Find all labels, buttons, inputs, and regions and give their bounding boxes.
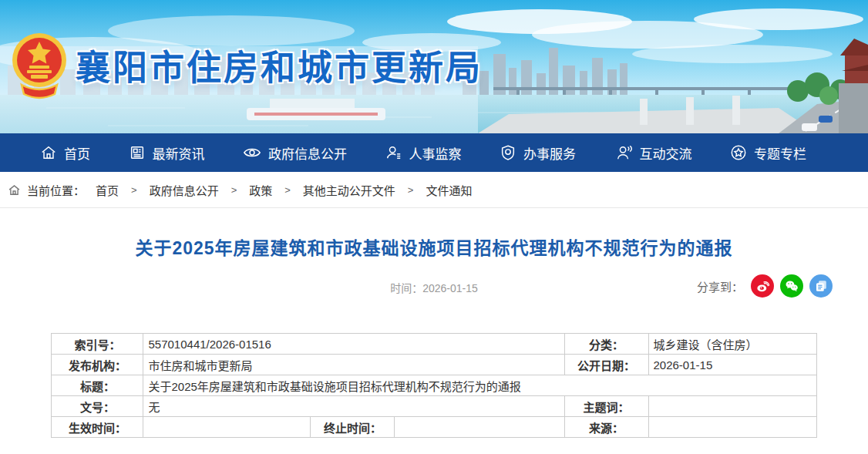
eye-icon — [243, 144, 261, 161]
national-emblem-icon — [11, 29, 68, 100]
nav-item-gov-info[interactable]: 政府信息公开 — [243, 143, 347, 163]
nav-label: 互动交流 — [640, 143, 692, 163]
publish-time-value: 2026-01-15 — [422, 282, 478, 294]
source-label: 来源： — [564, 417, 648, 438]
publish-date-label: 公开日期： — [564, 355, 648, 375]
nav-item-home[interactable]: 首页 — [40, 143, 90, 163]
category-label: 分类： — [564, 334, 648, 355]
main-nav: 首页 最新资讯 政府信息公开 人事监察 办事服务 互动交流 专题专栏 — [0, 133, 868, 172]
table-row: 标题： 关于2025年房屋建筑和市政基础设施项目招标代理机构不规范行为的通报 — [52, 375, 816, 396]
people-chat-icon — [614, 144, 633, 161]
keywords-value — [648, 396, 816, 417]
shield-icon — [500, 144, 516, 161]
share-wechat-button[interactable] — [780, 274, 803, 298]
effective-date-value — [143, 417, 311, 438]
nav-label: 政府信息公开 — [268, 143, 347, 163]
table-row: 生效时间： 终止时间： 来源： — [52, 417, 816, 438]
issuing-agency-label: 发布机构： — [52, 355, 143, 375]
news-icon — [129, 144, 146, 161]
document-meta-table: 索引号： 557010441/2026-01516 分类： 城乡建设（含住房） … — [51, 333, 816, 438]
breadcrumb-home[interactable]: 首页 — [96, 182, 119, 198]
nav-item-services[interactable]: 办事服务 — [500, 143, 576, 163]
index-number-value: 557010441/2026-01516 — [143, 334, 564, 355]
share-bar: 分享到： — [697, 274, 833, 298]
breadcrumb-separator: > — [231, 184, 237, 196]
weibo-icon — [755, 279, 770, 294]
breadcrumb-prefix: 当前位置： — [27, 182, 85, 198]
nav-item-news[interactable]: 最新资讯 — [129, 143, 205, 163]
site-brand[interactable]: 襄阳市住房和城市更新局 — [11, 29, 483, 100]
keywords-label: 主题词： — [564, 396, 648, 417]
nav-item-interaction[interactable]: 互动交流 — [614, 143, 692, 163]
nav-label: 人事监察 — [409, 143, 462, 163]
home-icon — [40, 144, 57, 161]
share-weibo-button[interactable] — [751, 274, 774, 298]
breadcrumb-doc-notice[interactable]: 文件通知 — [426, 182, 472, 198]
share-copy-button[interactable] — [809, 274, 833, 298]
table-row: 索引号： 557010441/2026-01516 分类： 城乡建设（含住房） — [52, 334, 816, 355]
page-title: 关于2025年房屋建筑和市政基础设施项目招标代理机构不规范行为的通报 — [0, 234, 868, 260]
nav-label: 最新资讯 — [153, 143, 205, 163]
expiry-date-value — [395, 417, 564, 438]
breadcrumb-other-public-docs[interactable]: 其他主动公开文件 — [303, 182, 395, 198]
table-row: 发布机构： 市住房和城市更新局 公开日期： 2026-01-15 — [52, 355, 816, 375]
header-banner: 襄阳市住房和城市更新局 — [0, 0, 868, 133]
index-number-label: 索引号： — [52, 334, 143, 355]
effective-date-label: 生效时间： — [52, 417, 143, 438]
expiry-date-label: 终止时间： — [311, 417, 395, 438]
star-circle-icon — [730, 144, 747, 161]
doc-title-value: 关于2025年房屋建筑和市政基础设施项目招标代理机构不规范行为的通报 — [143, 375, 816, 396]
breadcrumb-gov-info[interactable]: 政府信息公开 — [150, 182, 219, 198]
breadcrumb-separator: > — [408, 184, 414, 196]
breadcrumb-separator: > — [131, 184, 137, 196]
share-label: 分享到： — [697, 278, 743, 294]
issuing-agency-value: 市住房和城市更新局 — [143, 355, 564, 375]
nav-label: 办事服务 — [523, 143, 576, 163]
doc-title-label: 标题： — [52, 375, 143, 396]
nav-item-personnel[interactable]: 人事监察 — [385, 143, 462, 163]
category-value: 城乡建设（含住房） — [648, 334, 816, 355]
site-title: 襄阳市住房和城市更新局 — [76, 40, 483, 90]
nav-label: 首页 — [64, 143, 90, 163]
copy-doc-icon — [814, 279, 828, 293]
nav-item-special-topics[interactable]: 专题专栏 — [730, 143, 806, 163]
publish-time-label: 时间： — [390, 282, 422, 294]
table-row: 文号： 无 主题词： — [52, 396, 816, 417]
article-meta-row: 时间：2026-01-15 分享到： — [0, 274, 868, 299]
person-icon — [385, 144, 402, 161]
breadcrumb-policy[interactable]: 政策 — [249, 182, 272, 198]
home-icon — [8, 183, 21, 197]
breadcrumb-separator: > — [284, 184, 291, 196]
doc-number-value: 无 — [143, 396, 564, 417]
nav-label: 专题专栏 — [754, 143, 806, 163]
wechat-icon — [784, 278, 799, 294]
publish-date-value: 2026-01-15 — [648, 355, 816, 375]
breadcrumb: 当前位置： 首页 > 政府信息公开 > 政策 > 其他主动公开文件 > 文件通知 — [0, 172, 868, 208]
doc-number-label: 文号： — [52, 396, 143, 417]
source-value — [648, 417, 816, 438]
